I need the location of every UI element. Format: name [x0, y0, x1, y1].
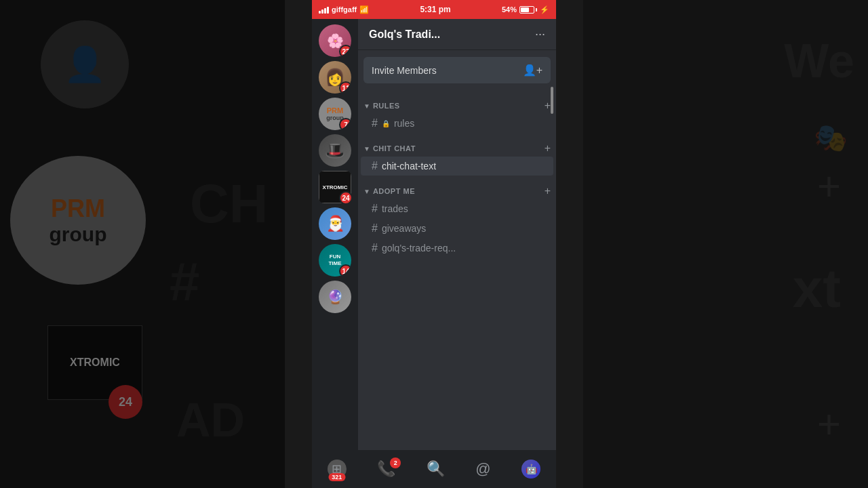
adopt-me-chevron-icon: ▼ [363, 188, 370, 195]
battery-tip [536, 8, 537, 12]
phone-frame: giffgaff 📶 5:31 pm 54% ⚡ [312, 0, 556, 488]
chit-chat-chevron-icon: ▼ [363, 145, 370, 152]
server-nav-badge: 321 [328, 473, 345, 481]
bg-right-overlay [583, 0, 868, 488]
trade-req-hash-icon: # [372, 242, 378, 254]
server-item-3[interactable]: PRM group 7 ▶ [319, 98, 351, 130]
status-time: 5:31 pm [420, 5, 450, 14]
invite-members-button[interactable]: Invite Members 👤+ [363, 57, 551, 83]
channel-giveaways[interactable]: # giveaways [361, 219, 553, 238]
phone-nav-badge: 2 [390, 458, 401, 468]
server-item-1[interactable]: 🌸 23 [319, 24, 351, 57]
xtromic-label: XTROMIC [323, 184, 348, 190]
rules-add-icon[interactable]: + [545, 100, 551, 112]
nav-phone-button[interactable]: 📞 2 [377, 460, 395, 478]
category-chit-chat: ▼ CHIT CHAT + # chit-chat-text [358, 138, 556, 176]
nav-search-button[interactable]: 🔍 [427, 460, 445, 478]
screen-wrapper: 👤 PRM group XTROMIC 24 # CH AD We 🎭 xt +… [0, 0, 868, 488]
rules-chevron-icon: ▼ [363, 102, 370, 110]
server-item-5[interactable]: XTROMIC 24 ▶ [319, 171, 351, 203]
status-right: 54% ⚡ [502, 5, 549, 14]
bar1 [319, 11, 321, 14]
category-rules-header[interactable]: ▼ RULES + [358, 96, 556, 113]
channel-list: ▼ RULES + # 🔒 rules [358, 90, 556, 450]
avatar-silhouette: 🎩 [319, 134, 351, 167]
giveaways-hash-icon: # [372, 222, 378, 235]
nav-profile-button[interactable]: 🤖 [521, 460, 540, 479]
rules-category-name: RULES [373, 102, 400, 110]
category-rules: ▼ RULES + # 🔒 rules [358, 96, 556, 133]
server-item-4[interactable]: 🎩 ▶ [319, 134, 351, 167]
bar4 [327, 7, 329, 14]
bar3 [324, 8, 326, 14]
category-chit-chat-header[interactable]: ▼ CHIT CHAT + [358, 138, 556, 156]
bottom-nav: ⊞ 321 📞 2 🔍 @ 🤖 [312, 450, 556, 488]
battery-bar [519, 6, 534, 14]
rules-channel-name: rules [394, 118, 414, 129]
chit-chat-category-name: CHIT CHAT [373, 144, 416, 152]
adopt-me-category-name: ADOPT ME [373, 187, 415, 195]
charging-icon: ⚡ [540, 5, 549, 14]
category-adopt-me-left: ▼ ADOPT ME [363, 187, 415, 195]
nav-server-button[interactable]: ⊞ 321 [328, 460, 347, 479]
bg-left: 👤 PRM group XTROMIC 24 # CH AD [0, 0, 285, 488]
server-badge-5: 24 [339, 191, 351, 203]
chit-chat-hash-icon: # [372, 160, 378, 172]
battery-fill [521, 7, 529, 12]
server-header[interactable]: Golq's Tradi... ··· [358, 19, 556, 50]
invite-person-icon: 👤+ [523, 64, 542, 77]
server-item-7[interactable]: FUNTIME 14 [319, 244, 351, 277]
nav-mentions-button[interactable]: @ [475, 460, 490, 478]
search-nav-icon: 🔍 [427, 460, 445, 478]
server-item-2[interactable]: 👩 11 ▶ [319, 61, 351, 94]
chit-chat-channel-name: chit-chat-text [382, 161, 436, 171]
server-badge-3: 7 [339, 118, 351, 130]
wifi-icon: 📶 [359, 5, 369, 14]
server-item-8[interactable]: 🔮 [319, 281, 351, 313]
scroll-handle[interactable] [551, 87, 553, 114]
category-adopt-me-header[interactable]: ▼ ADOPT ME + [358, 181, 556, 199]
channel-sidebar: Golq's Tradi... ··· Invite Members 👤+ [358, 19, 556, 450]
giveaways-channel-name: giveaways [382, 223, 426, 234]
status-left: giffgaff 📶 [319, 5, 369, 14]
status-bar: giffgaff 📶 5:31 pm 54% ⚡ [312, 0, 556, 19]
avatar-mystery: 🔮 [319, 281, 351, 313]
carrier-name: giffgaff [332, 5, 357, 14]
server-badge-7: 14 [339, 264, 351, 277]
profile-nav-avatar: 🤖 [521, 460, 540, 479]
funtime-label: FUNTIME [328, 253, 341, 266]
trades-channel-name: trades [382, 203, 408, 214]
server-badge-2: 11 [339, 81, 351, 94]
trade-req-channel-name: golq's-trade-req... [382, 243, 456, 253]
server-name: Golq's Tradi... [369, 28, 440, 41]
category-rules-left: ▼ RULES [363, 102, 400, 110]
bg-right: We 🎭 xt + + [583, 0, 868, 488]
channel-chit-chat-text[interactable]: # chit-chat-text [361, 157, 553, 176]
channel-rules[interactable]: # 🔒 rules [361, 114, 553, 133]
at-nav-icon: @ [475, 460, 490, 478]
trades-hash-icon: # [372, 203, 378, 215]
server-list: 🌸 23 👩 11 ▶ PRM group 7 ▶ [312, 19, 358, 450]
chit-chat-add-icon[interactable]: + [545, 142, 551, 155]
main-content: 🌸 23 👩 11 ▶ PRM group 7 ▶ [312, 19, 556, 450]
invite-label: Invite Members [372, 65, 437, 76]
server-badge-1: 23 [339, 45, 351, 57]
adopt-me-add-icon[interactable]: + [545, 185, 551, 197]
header-dots-button[interactable]: ··· [535, 27, 545, 41]
server-item-6[interactable]: 🎅 ▶ [319, 207, 351, 240]
rules-hash-icon: # [372, 117, 378, 129]
channel-trades[interactable]: # trades [361, 199, 553, 218]
prm-line1: PRM [327, 106, 343, 115]
signal-bars [319, 5, 329, 14]
avatar-santa: 🎅 [319, 207, 351, 240]
rules-lock-icon: 🔒 [382, 120, 390, 127]
channel-trade-req[interactable]: # golq's-trade-req... [361, 239, 553, 258]
battery-icon [519, 6, 537, 14]
battery-percent: 54% [502, 5, 517, 14]
category-adopt-me: ▼ ADOPT ME + # trades # giveaways [358, 181, 556, 258]
bg-left-overlay [0, 0, 285, 488]
category-chit-chat-left: ▼ CHIT CHAT [363, 144, 416, 152]
bar2 [321, 9, 323, 14]
